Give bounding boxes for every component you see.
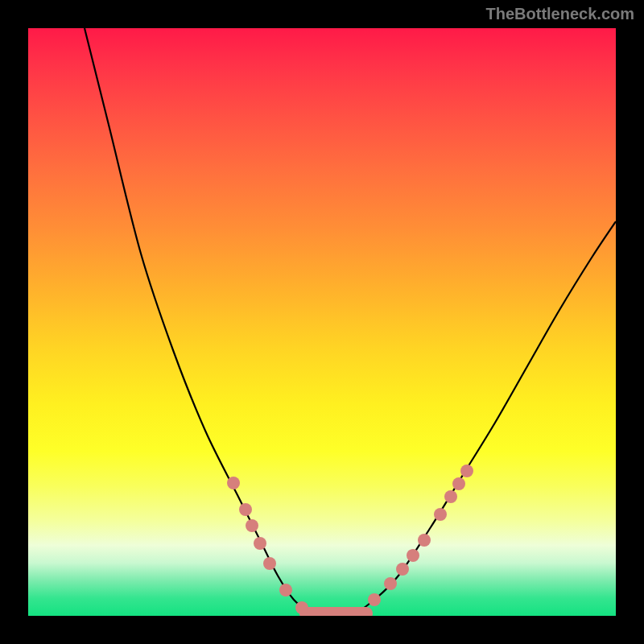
chart-container: TheBottleneck.com [0,0,644,644]
curve-marker [460,464,473,477]
curve-marker [444,490,457,503]
curve-marker [368,593,381,606]
curve-marker [246,519,258,532]
curve-marker [295,601,308,614]
curve-marker [452,477,465,490]
curve-marker [263,557,276,570]
curve-marker [254,537,266,550]
curve-marker [434,508,447,521]
curve-marker [396,563,409,576]
curve-marker [279,584,292,597]
chart-svg [28,28,616,616]
curve-marker [239,503,252,516]
watermark-text: TheBottleneck.com [486,5,634,23]
curve-marker [227,477,240,489]
plot-area [28,28,616,616]
curve-markers [227,464,473,614]
curve-path [85,28,616,616]
curve-marker [384,577,397,590]
curve-marker [418,534,431,547]
curve-marker [407,549,419,562]
